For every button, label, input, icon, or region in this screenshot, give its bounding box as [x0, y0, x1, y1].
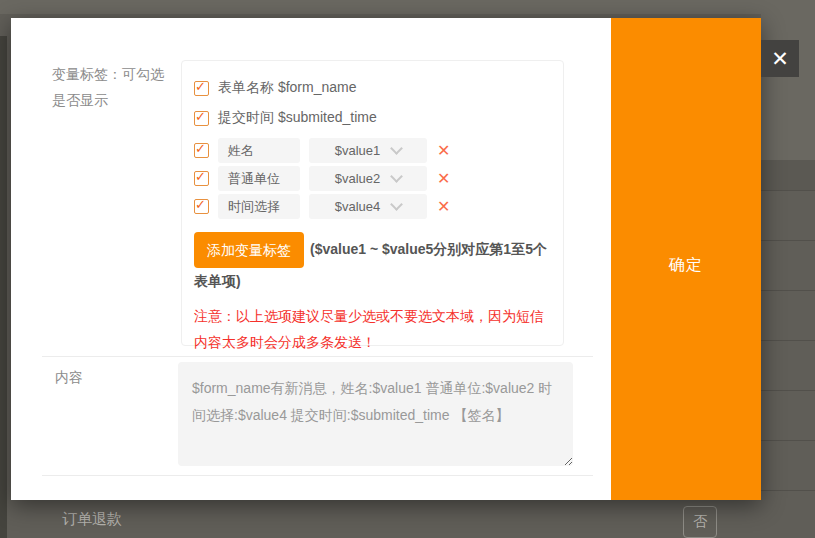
add-variable-tag-button[interactable]: 添加变量标签: [194, 232, 304, 268]
variable-tags-label: 变量标签：可勾选是否显示: [52, 61, 167, 113]
variable-select[interactable]: $value4: [309, 194, 427, 219]
variable-tags-panel: 表单名称 $form_name 提交时间 $submited_time 姓名 $…: [181, 60, 564, 346]
checkbox-field-2[interactable]: [194, 171, 209, 186]
remove-icon[interactable]: ✕: [437, 143, 450, 159]
checkbox-field-1[interactable]: [194, 143, 209, 158]
variable-select-value: $value4: [335, 199, 381, 214]
background-table-row-line: [761, 240, 815, 241]
sms-content-textarea[interactable]: $form_name有新消息，姓名:$value1 普通单位:$value2 时…: [178, 362, 573, 466]
close-button[interactable]: ✕: [761, 40, 799, 77]
tag-row-form-name: 表单名称 $form_name: [194, 78, 549, 98]
tag-label: 提交时间 $submited_time: [218, 109, 377, 127]
sms-settings-dialog: 变量标签：可勾选是否显示 表单名称 $form_name 提交时间 $submi…: [11, 18, 761, 500]
background-table-row-line: [761, 490, 815, 491]
tag-row-field-2: 普通单位 $value2 ✕: [194, 166, 549, 191]
background-sidebar-strip: [0, 36, 7, 538]
background-table-row-line: [761, 390, 815, 391]
chevron-down-icon: [390, 198, 403, 211]
background-no-button: 否: [683, 506, 717, 538]
field-name-box: 普通单位: [218, 166, 300, 191]
variable-select-value: $value2: [335, 171, 381, 186]
close-icon: ✕: [771, 47, 789, 71]
variable-select-value: $value1: [335, 143, 381, 158]
screen: 订单退款 否 变量标签：可勾选是否显示 表单名称 $form_name 提交时间…: [0, 0, 815, 538]
background-table-row-line: [761, 190, 815, 191]
variable-select[interactable]: $value1: [309, 138, 427, 163]
section-divider: [42, 356, 593, 357]
content-label: 内容: [55, 369, 83, 387]
checkbox-form-name[interactable]: [194, 81, 209, 96]
confirm-button-label: 确定: [611, 255, 761, 276]
chevron-down-icon: [390, 170, 403, 183]
variable-select[interactable]: $value2: [309, 166, 427, 191]
confirm-button[interactable]: 确定: [611, 18, 761, 500]
background-row-label: 订单退款: [62, 510, 122, 529]
field-name-box: 姓名: [218, 138, 300, 163]
background-table-row-line: [761, 340, 815, 341]
chevron-down-icon: [390, 142, 403, 155]
tag-label: 表单名称 $form_name: [218, 79, 356, 97]
sms-warning-text: 注意：以上选项建议尽量少选或不要选文本域，因为短信内容太多时会分成多条发送！: [194, 303, 549, 355]
section-divider: [42, 475, 593, 476]
remove-icon[interactable]: ✕: [437, 171, 450, 187]
field-name-box: 时间选择: [218, 194, 300, 219]
checkbox-submit-time[interactable]: [194, 111, 209, 126]
tag-row-submit-time: 提交时间 $submited_time: [194, 108, 549, 128]
tag-row-field-1: 姓名 $value1 ✕: [194, 138, 549, 163]
tag-row-field-3: 时间选择 $value4 ✕: [194, 194, 549, 219]
checkbox-field-3[interactable]: [194, 199, 209, 214]
background-table-row-line: [761, 290, 815, 291]
background-table-row-shade: [761, 161, 815, 190]
background-header-strip: [0, 0, 815, 14]
add-tag-row: 添加变量标签($value1 ~ $value5分别对应第1至5个表单项): [194, 232, 549, 294]
remove-icon[interactable]: ✕: [437, 199, 450, 215]
background-table-row-line: [761, 160, 815, 161]
background-table-row-line: [761, 440, 815, 441]
background-panel-area: [761, 14, 815, 161]
